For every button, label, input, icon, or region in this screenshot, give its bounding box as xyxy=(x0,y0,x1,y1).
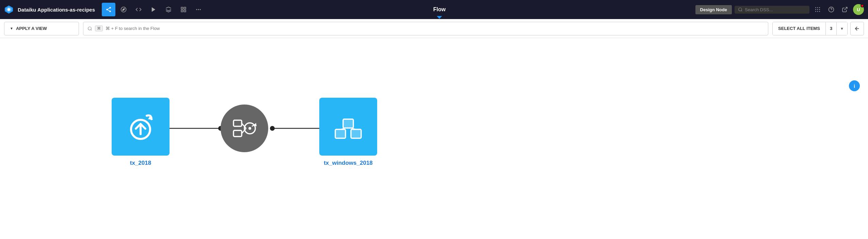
svg-rect-20 xyxy=(815,7,816,8)
kbd-cmd: ⌘ xyxy=(95,26,103,31)
back-arrow-icon xyxy=(854,26,860,32)
svg-rect-11 xyxy=(181,7,183,9)
select-all-section: SELECT ALL ITEMS 3 ▼ xyxy=(772,22,848,35)
help-icon-btn[interactable] xyxy=(826,4,837,15)
recipe-node[interactable] xyxy=(221,105,268,152)
flow-search-icon xyxy=(87,26,92,31)
svg-rect-14 xyxy=(184,10,186,12)
dataset-node-tx_2018[interactable]: tx_2018 xyxy=(112,98,170,166)
navbar-right: Design Node xyxy=(695,4,864,15)
design-node-btn[interactable]: Design Node xyxy=(695,5,732,14)
node-box-tx_2018 xyxy=(112,98,170,156)
svg-line-7 xyxy=(108,8,109,9)
select-all-button[interactable]: SELECT ALL ITEMS xyxy=(773,22,825,35)
svg-rect-12 xyxy=(184,7,186,9)
svg-point-3 xyxy=(109,7,111,9)
apps-icon-btn[interactable] xyxy=(812,4,823,15)
svg-rect-13 xyxy=(181,10,183,12)
svg-line-31 xyxy=(845,7,847,10)
layers-icon-btn[interactable] xyxy=(162,3,175,16)
flow-canvas: tx_2018 xyxy=(0,38,868,239)
info-icon: i xyxy=(854,83,855,89)
back-button[interactable] xyxy=(850,22,864,35)
flow-search-box[interactable]: ⌘ xyxy=(83,22,768,35)
info-button[interactable]: i xyxy=(849,80,860,91)
compass-icon-btn[interactable] xyxy=(117,3,130,16)
navbar: Dataiku Applications-as-recipes xyxy=(0,0,868,19)
apply-view-button[interactable]: ▼ APPLY A VIEW xyxy=(4,22,79,35)
upload-icon xyxy=(124,110,158,144)
svg-marker-10 xyxy=(152,7,156,12)
select-all-count: 3 xyxy=(825,22,836,35)
more-icon-btn[interactable] xyxy=(192,3,205,16)
svg-rect-27 xyxy=(817,11,818,12)
cube-icon xyxy=(331,110,365,144)
apply-view-label: APPLY A VIEW xyxy=(16,26,47,31)
global-search-input[interactable] xyxy=(745,7,799,12)
select-all-chevron-icon[interactable]: ▼ xyxy=(836,22,847,35)
svg-point-15 xyxy=(196,9,197,10)
svg-point-16 xyxy=(198,9,199,10)
recipe-circle xyxy=(221,105,268,152)
svg-point-32 xyxy=(88,27,91,30)
svg-point-5 xyxy=(109,11,111,12)
flow-label: Flow xyxy=(433,6,446,13)
node-label-tx_2018: tx_2018 xyxy=(130,160,151,166)
svg-rect-52 xyxy=(343,119,353,128)
node-label-tx_windows_2018: tx_windows_2018 xyxy=(324,160,373,166)
svg-marker-9 xyxy=(123,9,125,11)
node-box-tx_windows_2018 xyxy=(319,98,377,156)
svg-rect-28 xyxy=(819,11,820,12)
svg-rect-23 xyxy=(815,9,816,10)
svg-rect-26 xyxy=(815,11,816,12)
svg-rect-25 xyxy=(819,9,820,10)
search-icon xyxy=(738,7,743,12)
app-title: Dataiku Applications-as-recipes xyxy=(18,7,95,13)
external-icon-btn[interactable] xyxy=(839,4,850,15)
recipe-icon xyxy=(231,115,258,142)
svg-line-6 xyxy=(108,10,109,11)
svg-rect-22 xyxy=(819,7,820,8)
svg-rect-24 xyxy=(817,9,818,10)
svg-rect-43 xyxy=(234,130,242,137)
svg-point-4 xyxy=(106,9,108,11)
svg-rect-42 xyxy=(234,120,242,126)
svg-point-18 xyxy=(739,8,742,11)
avatar[interactable]: U xyxy=(853,4,864,15)
play-icon-btn[interactable] xyxy=(147,3,160,16)
svg-line-33 xyxy=(91,29,92,30)
chevron-down-icon: ▼ xyxy=(10,27,13,30)
dataset-node-tx_windows_2018[interactable]: tx_windows_2018 xyxy=(319,98,377,166)
toolbar: ▼ APPLY A VIEW ⌘ SELECT ALL ITEMS 3 ▼ xyxy=(0,19,868,38)
global-search[interactable] xyxy=(735,6,809,14)
svg-rect-21 xyxy=(817,7,818,8)
svg-rect-50 xyxy=(335,129,345,138)
svg-line-19 xyxy=(741,11,742,12)
select-all-label: SELECT ALL ITEMS xyxy=(778,26,820,31)
flow-search-input[interactable] xyxy=(106,26,764,31)
svg-rect-51 xyxy=(351,129,361,138)
svg-point-17 xyxy=(200,9,201,10)
notification-dot xyxy=(861,4,864,7)
share-icon-btn[interactable] xyxy=(102,3,115,16)
svg-point-2 xyxy=(7,8,10,11)
svg-point-47 xyxy=(248,127,251,130)
logo xyxy=(4,5,14,14)
grid-icon-btn[interactable] xyxy=(177,3,190,16)
code-icon-btn[interactable] xyxy=(132,3,145,16)
svg-point-38 xyxy=(270,126,275,131)
